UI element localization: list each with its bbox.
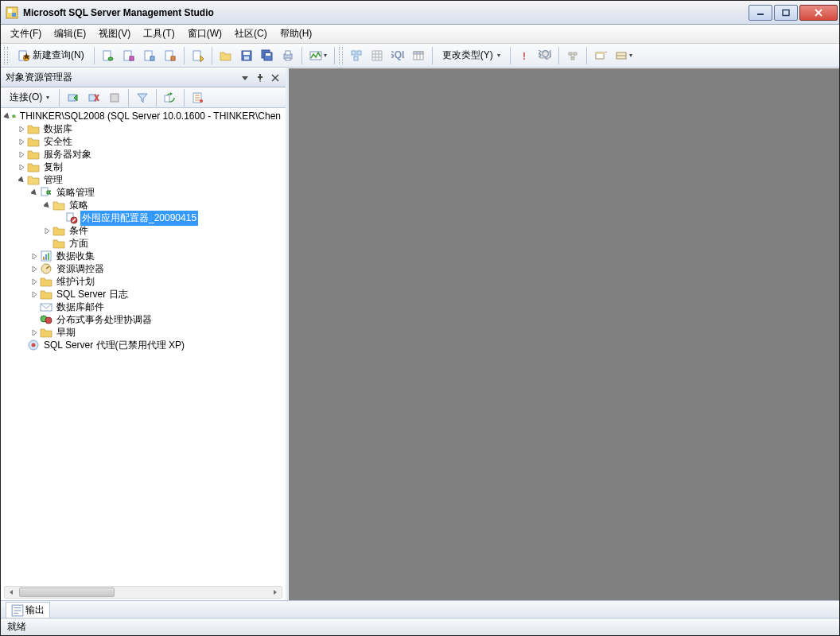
menu-edit[interactable]: 编辑(E) — [48, 25, 92, 42]
svg-marker-84 — [31, 189, 38, 196]
minimize-button[interactable] — [749, 5, 772, 21]
connect-button[interactable]: 连接(O)▾ — [4, 89, 55, 107]
collapse-icon[interactable] — [29, 188, 39, 197]
expand-icon[interactable] — [17, 162, 26, 172]
new-query-icon: ★ — [18, 49, 30, 62]
svg-rect-47 — [574, 52, 577, 55]
save-icon[interactable] — [237, 47, 256, 64]
toolbar-separator — [586, 47, 587, 64]
panel-close-icon[interactable] — [268, 71, 282, 85]
connect-db-icon[interactable] — [64, 89, 83, 107]
mdx-query-icon[interactable] — [140, 47, 159, 64]
maximize-button[interactable] — [774, 5, 798, 21]
change-type-button[interactable]: 更改类型(Y)▾ — [437, 47, 506, 64]
show-sql-icon[interactable]: SQL — [388, 47, 407, 64]
expand-icon[interactable] — [29, 264, 39, 273]
svg-rect-22 — [244, 56, 249, 60]
tree-policy-management-node[interactable]: 策略管理 — [1, 186, 286, 199]
tree-sql-logs-node[interactable]: SQL Server 日志 — [1, 288, 286, 301]
policy-mgmt-icon — [40, 186, 52, 199]
report-icon[interactable] — [189, 89, 208, 107]
svg-rect-18 — [193, 51, 200, 60]
dmx-query-icon[interactable] — [161, 47, 180, 64]
tree-facets-node[interactable]: 方面 — [1, 237, 286, 250]
expand-icon[interactable] — [29, 251, 39, 261]
panel-pin-icon[interactable] — [253, 71, 267, 85]
scroll-left-icon[interactable] — [5, 587, 18, 598]
toolbar-separator — [558, 47, 559, 64]
expand-icon[interactable] — [29, 289, 39, 299]
menu-help[interactable]: 帮助(H) — [274, 25, 319, 42]
new-query-label: 新建查询(N) — [33, 48, 84, 62]
close-button[interactable] — [799, 5, 838, 21]
folder-icon — [40, 275, 52, 288]
toolbar-handle[interactable] — [4, 47, 9, 64]
tree-sql-agent-node[interactable]: SQL Server 代理(已禁用代理 XP) — [1, 339, 286, 351]
add-group-icon[interactable] — [563, 47, 582, 64]
disconnect-icon[interactable] — [84, 89, 103, 107]
object-explorer-tree[interactable]: THINKER\SQL2008 (SQL Server 10.0.1600 - … — [1, 108, 286, 600]
svg-rect-93 — [43, 257, 45, 260]
analysis-query-icon[interactable] — [119, 47, 138, 64]
print-icon[interactable] — [278, 47, 298, 64]
db-engine-query-icon[interactable] — [99, 47, 118, 64]
new-project-icon[interactable] — [189, 47, 208, 64]
add-derived-icon[interactable]: ▾ — [612, 47, 636, 64]
object-explorer-titlebar[interactable]: 对象资源管理器 — [1, 68, 286, 87]
show-diagram-icon[interactable] — [347, 47, 366, 64]
expand-icon[interactable] — [42, 226, 52, 235]
expand-icon[interactable] — [29, 328, 39, 337]
tree-data-collection-node[interactable]: 数据收集 — [1, 250, 286, 262]
menu-community[interactable]: 社区(C) — [228, 25, 274, 42]
filter-icon[interactable] — [133, 89, 152, 107]
tree-maintenance-plans-node[interactable]: 维护计划 — [1, 275, 286, 288]
tree-h-scrollbar[interactable] — [4, 586, 282, 599]
expand-icon[interactable] — [17, 137, 26, 146]
statusbar: 就绪 — [1, 618, 839, 635]
svg-text:★: ★ — [22, 51, 31, 62]
verify-sql-icon[interactable]: SQL — [535, 47, 554, 64]
activity-monitor-icon[interactable]: ▾ — [306, 47, 330, 64]
svg-marker-82 — [20, 165, 24, 170]
open-file-icon[interactable] — [216, 47, 235, 64]
object-explorer-title: 对象资源管理器 — [6, 71, 237, 84]
menu-file[interactable]: 文件(F) — [4, 25, 48, 42]
sql-agent-icon — [27, 339, 40, 351]
show-criteria-icon[interactable] — [368, 47, 387, 64]
show-results-icon[interactable] — [409, 47, 428, 64]
menu-view[interactable]: 视图(V) — [92, 25, 137, 42]
svg-text:SQL: SQL — [539, 49, 551, 60]
collapse-icon[interactable] — [4, 111, 11, 121]
svg-text:+: + — [605, 49, 607, 58]
svg-marker-100 — [33, 292, 37, 297]
tree-management-node[interactable]: 管理 — [1, 173, 286, 186]
tree-dtc-node[interactable]: 分布式事务处理协调器 — [1, 313, 286, 326]
output-tab[interactable]: 输出 — [6, 602, 50, 618]
titlebar[interactable]: Microsoft SQL Server Management Studio — [1, 1, 839, 25]
expand-icon[interactable] — [29, 277, 39, 286]
panel-menu-icon[interactable] — [238, 71, 252, 85]
execute-icon[interactable]: ! — [515, 47, 534, 64]
collapse-icon[interactable] — [42, 200, 52, 210]
collapse-icon[interactable] — [17, 175, 26, 184]
add-table-icon[interactable]: + — [591, 47, 610, 64]
refresh-icon[interactable] — [161, 89, 180, 107]
svg-rect-95 — [48, 253, 49, 260]
toolbar-handle[interactable] — [339, 47, 344, 64]
toolbar-separator — [432, 47, 433, 64]
scrollbar-thumb[interactable] — [19, 588, 115, 597]
tree-selected-policy-node[interactable]: 外围应用配置器_20090415 — [1, 211, 286, 224]
menubar: 文件(F) 编辑(E) 视图(V) 工具(T) 窗口(W) 社区(C) 帮助(H… — [1, 25, 839, 44]
stop-icon[interactable] — [105, 89, 124, 107]
svg-rect-21 — [243, 52, 250, 55]
menu-window[interactable]: 窗口(W) — [181, 25, 228, 42]
save-all-icon[interactable] — [258, 47, 277, 64]
new-query-button[interactable]: ★ 新建查询(N) — [12, 47, 90, 64]
svg-rect-30 — [352, 51, 356, 55]
menu-tools[interactable]: 工具(T) — [137, 25, 181, 42]
scroll-right-icon[interactable] — [269, 587, 282, 598]
tree-conditions-node[interactable]: 条件 — [1, 224, 286, 237]
tree-resource-governor-node[interactable]: 资源调控器 — [1, 262, 286, 275]
expand-icon[interactable] — [17, 149, 26, 159]
expand-icon[interactable] — [17, 124, 26, 134]
